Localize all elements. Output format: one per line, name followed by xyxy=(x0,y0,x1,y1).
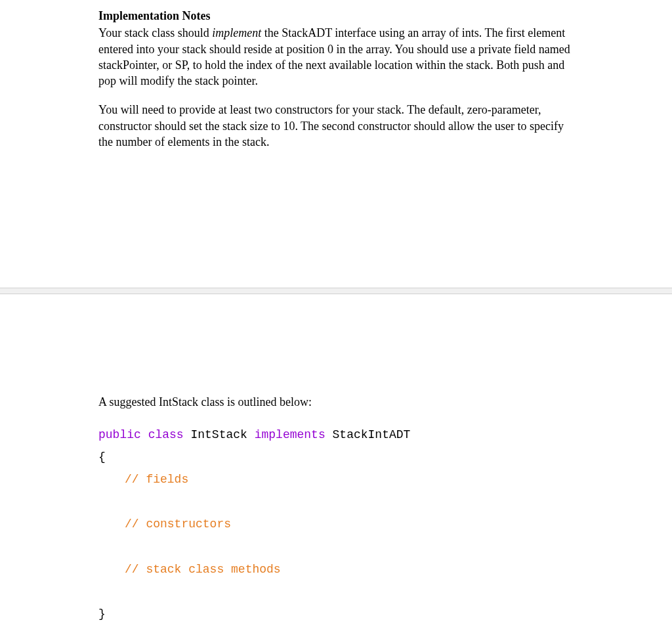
paragraph-2: You will need to provide at least two co… xyxy=(98,102,574,150)
comment-fields: // fields xyxy=(125,473,188,486)
code-intro: A suggested IntStack class is outlined b… xyxy=(98,394,574,410)
page-divider xyxy=(0,288,672,294)
code-block: public class IntStack implements StackIn… xyxy=(98,424,574,626)
para1-pre: Your stack class should xyxy=(98,26,212,39)
paragraph-1: Your stack class should implement the St… xyxy=(98,25,574,89)
classname: IntStack xyxy=(190,428,247,441)
comment-constructors: // constructors xyxy=(125,517,231,531)
keyword-public: public xyxy=(98,428,141,441)
section-implementation-notes: Implementation Notes Your stack class sh… xyxy=(0,0,672,176)
section-code-outline: A suggested IntStack class is outlined b… xyxy=(0,386,672,637)
heading-implementation-notes: Implementation Notes xyxy=(98,8,574,24)
para1-emphasis: implement xyxy=(212,26,261,39)
keyword-class: class xyxy=(148,428,184,441)
brace-open: { xyxy=(98,450,106,464)
keyword-implements: implements xyxy=(255,428,326,441)
comment-methods: // stack class methods xyxy=(125,563,281,576)
interfacename: StackIntADT xyxy=(333,428,411,441)
brace-close: } xyxy=(98,607,106,621)
